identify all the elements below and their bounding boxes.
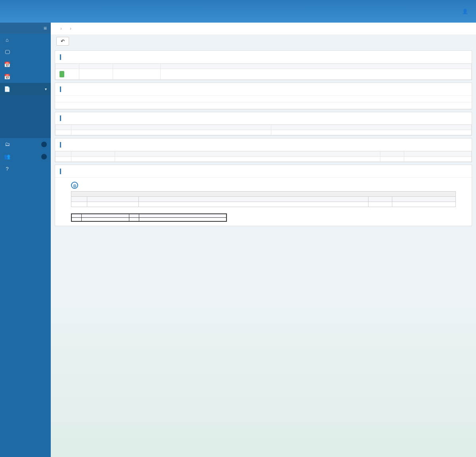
user-info[interactable] [462,8,468,14]
col-time [79,63,113,69]
sidebar-head: ≡ [0,23,51,34]
chevron-right-icon: › [60,26,62,31]
supplier-caption [71,191,456,196]
col-code [71,152,115,157]
nav-overdue[interactable]: 📅 [0,58,51,71]
menu-toggle-icon[interactable]: ≡ [44,25,47,31]
panel-publish: ◎ [55,165,472,226]
help-icon: ? [4,166,10,172]
submenu-trade [0,95,51,138]
sub-goods[interactable] [0,105,51,109]
monitor-icon: 🖵 [4,49,10,55]
nav-help[interactable]: ? [0,163,51,175]
col-sname [271,125,471,130]
col-name [82,214,129,218]
supplier-table [71,196,456,207]
col-addr [139,214,226,218]
chevron-right-icon: › [70,26,71,31]
nav-home[interactable]: ⌂ [0,34,51,46]
col-name [139,197,369,202]
table-row [71,202,456,207]
sub-eng[interactable] [0,95,51,100]
panel-basic [55,83,472,109]
supplier-head: ◎ [71,182,456,189]
breadcrumb: › › [51,23,476,35]
panel-verify [55,50,472,80]
col-pname [71,125,271,130]
top-bar [0,0,476,23]
col-name [115,152,380,157]
panel-title [55,138,472,151]
table-row [56,130,472,135]
sub-mine[interactable] [0,119,51,124]
calendar-icon: 📅 [4,61,10,67]
col-method [380,152,404,157]
panel-sections [55,112,472,136]
nav-publish[interactable]: 📅 [0,71,51,83]
target-icon: ◎ [71,182,78,189]
col-code [87,197,139,202]
nav-integrity[interactable]: 🗂 [0,138,51,150]
nav-account[interactable]: 👥 [0,150,51,163]
sub-asset[interactable] [0,124,51,129]
sidebar: ≡ ⌂ 🖵 📅 📅 📄▾ 🗂 👥 ? [0,23,51,457]
col-status [56,63,79,69]
col-no [56,152,71,157]
info-row [55,102,472,109]
sub-feat[interactable] [0,100,51,105]
info-label [55,96,91,102]
status-badge [60,71,64,77]
info-label [55,102,91,109]
table-row [56,69,472,79]
badge-count [41,142,47,147]
col-method [369,197,392,202]
col-amount [129,214,139,218]
winner-table [55,151,472,162]
sub-drug[interactable] [0,129,51,133]
sub-gov[interactable] [0,109,51,114]
home-icon: ⌂ [4,37,10,43]
col-no [56,125,71,130]
col-no [71,197,87,202]
info-value [91,96,472,102]
user-icon: 👥 [4,154,10,159]
back-button[interactable]: ↶ [56,37,69,46]
col-no [71,214,82,218]
panel-winner [55,138,472,162]
back-icon: ↶ [61,38,65,44]
doc-icon: 📄 [4,86,10,92]
col-price [404,152,472,157]
archive-icon: 🗂 [4,141,10,147]
section-table [55,125,472,135]
col-person [113,63,161,69]
col-price [392,197,456,202]
sub-done[interactable] [0,133,51,138]
info-value [91,102,472,109]
col-reason [161,63,472,69]
calendar-icon: 📅 [4,74,10,80]
panel-title [55,83,472,96]
badge-count [41,154,47,159]
verify-table [55,63,472,80]
sub-land[interactable] [0,114,51,119]
nav-sysnotice[interactable]: 🖵 [0,46,51,58]
table-row [71,218,226,222]
notice-body [71,213,456,222]
chevron-down-icon: ▾ [45,87,47,91]
table-row [56,157,472,162]
info-row [55,96,472,102]
deal-table [71,213,227,222]
nav-trade[interactable]: 📄▾ [0,83,51,95]
panel-title [55,112,472,125]
panel-title [55,165,472,178]
panel-title [55,51,472,63]
